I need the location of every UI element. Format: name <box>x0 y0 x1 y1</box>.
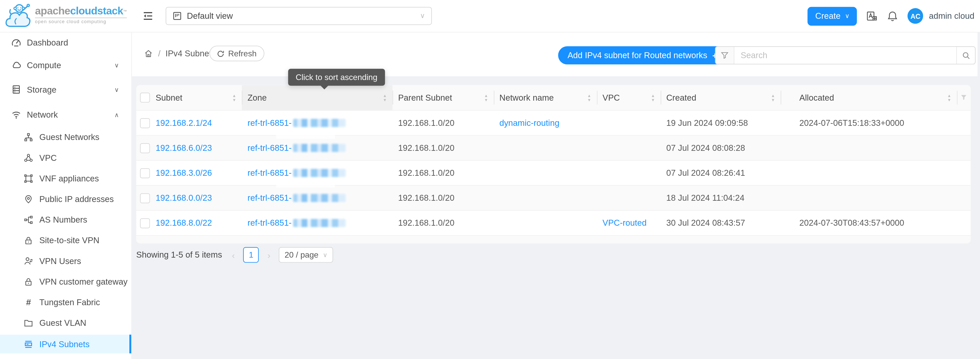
sidebar-item-public-ip[interactable]: Public IP addresses <box>0 190 131 208</box>
sidebar-item-site-to-site-vpn[interactable]: Site-to-site VPN <box>0 231 131 249</box>
parent-subnet-value: 192.168.1.0/20 <box>398 218 454 228</box>
table-row[interactable]: 192.168.3.0/26 ref-trl-6851- 192.168.1.0… <box>136 161 971 186</box>
border-frame-icon <box>24 174 33 183</box>
sort-icons: ▲▼ <box>771 94 775 101</box>
table-row[interactable]: 192.168.0.0/23 ref-trl-6851- 192.168.1.0… <box>136 186 971 211</box>
ipv4-subnets-icon <box>24 340 33 349</box>
page-number-button[interactable]: 1 <box>243 247 259 263</box>
column-header-parent-subnet[interactable]: Parent Subnet ▲▼ <box>392 85 494 110</box>
table-header-row: Subnet ▲▼ Zone ▲▼ Parent Subnet ▲▼ Netwo… <box>136 85 971 111</box>
table-row[interactable]: 192.168.8.0/22 ref-trl-6851- 192.168.1.0… <box>136 211 971 236</box>
parent-subnet-value: 192.168.1.0/20 <box>398 144 454 153</box>
redaction-artifact <box>276 179 335 188</box>
row-checkbox[interactable] <box>140 118 150 128</box>
search-icon[interactable] <box>956 47 975 64</box>
lock-icon <box>24 236 33 245</box>
zone-link[interactable]: ref-trl-6851- <box>247 218 345 228</box>
created-value: 07 Jul 2024 08:08:28 <box>666 144 745 153</box>
notifications-bell-icon[interactable] <box>887 10 898 22</box>
view-selector-value: Default view <box>187 11 415 21</box>
sidebar-item-network[interactable]: Network ∧ <box>0 106 131 123</box>
refresh-button[interactable]: Refresh <box>209 46 264 61</box>
chevron-left-icon[interactable]: ‹ <box>230 250 237 260</box>
sidebar-item-ipv4-subnets[interactable]: IPv4 Subnets <box>0 335 131 353</box>
as-cluster-icon <box>24 215 33 224</box>
redaction-artifact <box>276 130 335 139</box>
zone-link[interactable]: ref-trl-6851- <box>247 168 345 177</box>
refresh-icon <box>217 49 224 57</box>
subnet-link[interactable]: 192.168.3.0/26 <box>156 168 212 177</box>
created-value: 07 Jul 2024 08:26:41 <box>666 168 745 177</box>
sidebar-item-vpn-users[interactable]: VPN Users <box>0 252 131 270</box>
filter-funnel-icon[interactable] <box>716 47 734 64</box>
pagination-summary: Showing 1-5 of 5 items <box>136 250 222 259</box>
sidebar-item-vpc[interactable]: VPC <box>0 149 131 166</box>
vpc-link[interactable]: VPC-routed <box>603 218 646 228</box>
cloudstack-mascot-icon <box>4 2 32 28</box>
page-size-select[interactable]: 20 / page ∨ <box>279 247 333 263</box>
sidebar-item-dashboard[interactable]: Dashboard <box>0 34 131 51</box>
database-icon <box>11 85 21 94</box>
redacted-zone-text <box>293 219 345 227</box>
sidebar-item-vpn-customer-gateway[interactable]: VPN customer gateway <box>0 273 131 290</box>
wifi-icon <box>11 109 21 120</box>
table-row[interactable]: 192.168.2.1/24 ref-trl-6851- 192.168.1.0… <box>136 111 971 136</box>
view-selector-dropdown[interactable]: Default view ∨ <box>165 7 432 25</box>
column-header-zone[interactable]: Zone ▲▼ <box>242 85 393 110</box>
cluster-icon <box>24 132 33 142</box>
chevron-down-icon: ∨ <box>845 13 850 19</box>
logo-subtitle: open source cloud computing <box>35 17 127 24</box>
zone-link[interactable]: ref-trl-6851- <box>247 193 345 203</box>
column-header-allocated[interactable]: Allocated ▲▼ <box>781 85 957 110</box>
row-checkbox[interactable] <box>140 218 150 228</box>
row-checkbox[interactable] <box>140 168 150 178</box>
sidebar-item-vnf-appliances[interactable]: VNF appliances <box>0 169 131 187</box>
add-ipv4-subnet-button[interactable]: Add IPv4 subnet for Routed networks + <box>558 46 727 64</box>
row-checkbox[interactable] <box>140 143 150 153</box>
redacted-zone-text <box>293 194 345 202</box>
subnet-link[interactable]: 192.168.0.0/23 <box>156 193 212 203</box>
user-name[interactable]: admin cloud <box>929 11 974 21</box>
zone-link[interactable]: ref-trl-6851- <box>247 118 345 128</box>
create-button[interactable]: Create ∨ <box>808 7 857 26</box>
sidebar-item-guest-vlan[interactable]: Guest VLAN <box>0 314 131 332</box>
language-translate-icon[interactable] <box>866 10 878 22</box>
created-value: 19 Jun 2024 09:09:58 <box>666 118 748 128</box>
location-pin-icon <box>24 194 33 204</box>
network-name-link[interactable]: dynamic-routing <box>500 118 559 128</box>
chevron-right-icon[interactable]: › <box>265 250 272 260</box>
sidebar-item-as-numbers[interactable]: AS Numbers <box>0 211 131 228</box>
column-header-vpc[interactable]: VPC ▲▼ <box>597 85 660 110</box>
sort-tooltip: Click to sort ascending <box>288 69 385 86</box>
sort-icons: ▲▼ <box>383 94 387 101</box>
sidebar-collapse-icon[interactable] <box>142 11 153 21</box>
zone-link[interactable]: ref-trl-6851- <box>247 144 345 153</box>
column-header-subnet[interactable]: Subnet ▲▼ <box>150 85 242 110</box>
subnet-link[interactable]: 192.168.6.0/23 <box>156 144 212 153</box>
user-avatar[interactable]: AC <box>908 8 923 24</box>
project-icon <box>173 11 182 21</box>
column-header-network-name[interactable]: Network name ▲▼ <box>494 85 597 110</box>
chevron-down-icon: ∨ <box>420 12 425 20</box>
sidebar-item-storage[interactable]: Storage ∨ <box>0 81 131 98</box>
created-value: 30 Jul 2024 08:43:57 <box>666 218 745 228</box>
logo-text: apachecloudstack™ open source cloud comp… <box>35 5 127 24</box>
home-icon[interactable] <box>144 49 153 58</box>
column-header-created[interactable]: Created ▲▼ <box>660 85 781 110</box>
column-filter-icon[interactable] <box>957 85 970 110</box>
sort-icons: ▲▼ <box>947 94 951 101</box>
row-checkbox[interactable] <box>140 193 150 203</box>
select-all-checkbox[interactable] <box>140 93 150 103</box>
sort-icons: ▲▼ <box>484 94 488 101</box>
chevron-down-icon: ∨ <box>323 251 327 258</box>
table-row[interactable]: 192.168.6.0/23 ref-trl-6851- 192.168.1.0… <box>136 136 971 161</box>
subnet-link[interactable]: 192.168.8.0/22 <box>156 218 212 228</box>
breadcrumb-separator: / <box>158 49 161 58</box>
sidebar-item-compute[interactable]: Compute ∨ <box>0 56 131 74</box>
sidebar-item-guest-networks[interactable]: Guest Networks <box>0 128 131 146</box>
search-input[interactable] <box>734 47 956 64</box>
page-header: / IPv4 Subnets Refresh Add IPv4 subnet f… <box>131 32 977 77</box>
sort-icons: ▲▼ <box>651 94 655 101</box>
subnet-link[interactable]: 192.168.2.1/24 <box>156 118 212 128</box>
sidebar-item-tungsten-fabric[interactable]: # Tungsten Fabric <box>0 294 131 311</box>
